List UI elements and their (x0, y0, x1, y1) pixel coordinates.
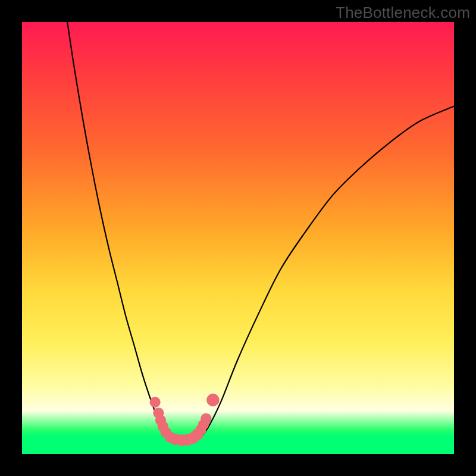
curve-left-branch (67, 22, 171, 439)
marker-dot (206, 394, 219, 406)
chart-svg (22, 22, 454, 454)
marker-dot (201, 413, 211, 424)
curve-right-branch (199, 107, 454, 439)
marker-dot (150, 397, 161, 408)
marker-group (150, 394, 220, 446)
chart-plot-area (22, 22, 454, 454)
chart-frame: TheBottleneck.com (0, 0, 476, 476)
watermark-text: TheBottleneck.com (336, 4, 470, 22)
